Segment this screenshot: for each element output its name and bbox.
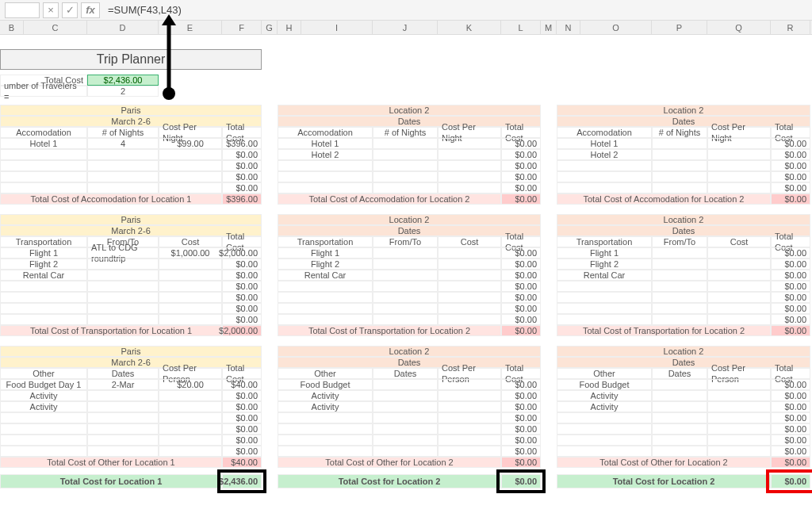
total-label-1[interactable]: Total Cost for Location 2 — [278, 474, 501, 488]
row[interactable]: $0.00 — [222, 281, 262, 292]
row[interactable] — [159, 182, 222, 193]
row[interactable]: $0.00 — [222, 182, 262, 193]
row[interactable]: $1,000.00 — [159, 247, 222, 258]
fx-icon[interactable]: fx — [81, 2, 100, 18]
row[interactable]: $0.00 — [501, 281, 541, 292]
row[interactable] — [438, 182, 501, 193]
subtotal-label[interactable]: Total Cost of Other for Location 2 — [278, 457, 501, 468]
row[interactable] — [557, 182, 652, 193]
row[interactable] — [652, 401, 707, 412]
hdr[interactable]: Total Cost — [501, 368, 541, 379]
row[interactable] — [159, 258, 222, 270]
row[interactable] — [652, 446, 707, 457]
row[interactable] — [159, 435, 222, 446]
row[interactable] — [87, 149, 159, 160]
row[interactable]: $0.00 — [501, 149, 541, 160]
hdr[interactable]: # of Nights — [652, 127, 707, 138]
col-header-B[interactable]: B — [0, 21, 24, 34]
row[interactable] — [87, 182, 159, 193]
row[interactable] — [652, 138, 707, 149]
hdr[interactable]: Cost Per Person — [438, 368, 501, 379]
row[interactable]: $99.00 — [159, 138, 222, 149]
row[interactable]: $0.00 — [501, 247, 541, 258]
row[interactable]: ATL to CDG roundtrip — [87, 247, 159, 258]
block-loc[interactable]: Location 2 — [278, 346, 541, 357]
block-dates[interactable]: March 2-6 — [0, 225, 262, 236]
col-header-P[interactable]: P — [652, 21, 707, 34]
travelers-value[interactable]: 2 — [87, 86, 159, 97]
row[interactable] — [159, 412, 222, 423]
row[interactable] — [0, 303, 87, 314]
row[interactable]: $0.00 — [771, 314, 810, 325]
row[interactable]: $0.00 — [501, 446, 541, 457]
subtotal-value[interactable]: $0.00 — [771, 193, 810, 205]
row[interactable] — [652, 423, 707, 435]
row[interactable] — [438, 292, 501, 303]
row[interactable] — [652, 160, 707, 171]
row[interactable]: Rental Car — [557, 270, 652, 281]
row[interactable]: $0.00 — [771, 258, 810, 270]
row[interactable]: Activity — [557, 401, 652, 412]
row[interactable]: $0.00 — [222, 435, 262, 446]
row[interactable] — [373, 270, 438, 281]
row[interactable]: $0.00 — [771, 270, 810, 281]
col-header-C[interactable]: C — [24, 21, 87, 34]
hdr[interactable]: Cost Per Night — [159, 127, 222, 138]
row[interactable] — [707, 390, 771, 401]
row[interactable]: 2-Mar — [87, 379, 159, 390]
row[interactable]: Flight 2 — [0, 258, 87, 270]
row[interactable] — [87, 281, 159, 292]
row[interactable]: Hotel 1 — [278, 138, 373, 149]
row[interactable]: Activity — [557, 390, 652, 401]
col-header-R[interactable]: R — [771, 21, 810, 34]
row[interactable]: $0.00 — [771, 412, 810, 423]
row[interactable] — [87, 270, 159, 281]
row[interactable] — [159, 281, 222, 292]
row[interactable]: $0.00 — [501, 258, 541, 270]
hdr[interactable]: Accomodation — [0, 127, 87, 138]
row[interactable] — [278, 160, 373, 171]
hdr[interactable]: Dates — [373, 368, 438, 379]
block-dates[interactable]: Dates — [557, 225, 810, 236]
row[interactable]: $0.00 — [771, 292, 810, 303]
row[interactable] — [557, 423, 652, 435]
row[interactable] — [707, 149, 771, 160]
col-header-G[interactable]: G — [262, 21, 278, 34]
row[interactable] — [438, 247, 501, 258]
row[interactable] — [557, 314, 652, 325]
col-header-J[interactable]: J — [373, 21, 438, 34]
row[interactable] — [373, 258, 438, 270]
row[interactable]: $0.00 — [501, 270, 541, 281]
row[interactable]: Food Budget Day 1 — [0, 379, 87, 390]
hdr[interactable]: Dates — [87, 368, 159, 379]
row[interactable] — [87, 401, 159, 412]
row[interactable] — [87, 314, 159, 325]
hdr[interactable]: Transportation — [0, 236, 87, 247]
row[interactable] — [373, 138, 438, 149]
row[interactable]: $0.00 — [222, 149, 262, 160]
row[interactable] — [87, 292, 159, 303]
row[interactable] — [438, 160, 501, 171]
row[interactable]: $0.00 — [771, 281, 810, 292]
row[interactable]: $0.00 — [222, 390, 262, 401]
row[interactable]: $0.00 — [222, 401, 262, 412]
row[interactable]: $0.00 — [771, 149, 810, 160]
name-box[interactable] — [5, 2, 40, 18]
row[interactable] — [707, 379, 771, 390]
row[interactable] — [438, 270, 501, 281]
row[interactable] — [159, 401, 222, 412]
row[interactable] — [557, 435, 652, 446]
row[interactable] — [278, 314, 373, 325]
row[interactable] — [87, 390, 159, 401]
row[interactable] — [652, 149, 707, 160]
row[interactable]: $0.00 — [222, 423, 262, 435]
row[interactable] — [278, 303, 373, 314]
row[interactable] — [373, 292, 438, 303]
row[interactable] — [0, 149, 87, 160]
row[interactable]: $0.00 — [222, 412, 262, 423]
row[interactable] — [707, 303, 771, 314]
hdr[interactable]: Cost Per Night — [707, 127, 771, 138]
hdr[interactable]: Cost Per Person — [707, 368, 771, 379]
block-loc[interactable]: Location 2 — [557, 214, 810, 225]
subtotal-label[interactable]: Total Cost of Accomodation for Location … — [557, 193, 771, 205]
